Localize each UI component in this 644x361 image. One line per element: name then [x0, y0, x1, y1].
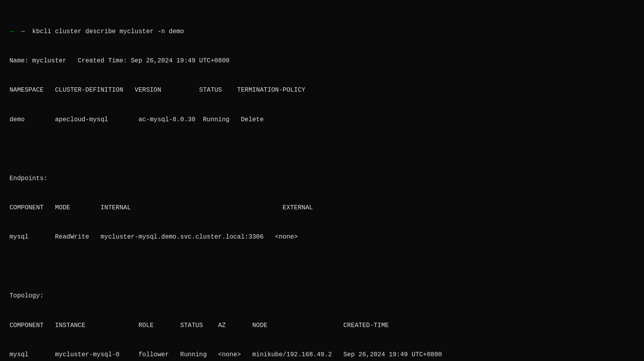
endpoints-label: Endpoints: — [9, 174, 635, 184]
prompt-arrow: → — [9, 28, 21, 35]
prompt-command: → kbcli cluster describe mycluster -n de… — [21, 28, 184, 35]
cluster-row: demo apecloud-mysql ac-mysql-8.0.30 Runn… — [9, 115, 635, 125]
prompt-line: → → kbcli cluster describe mycluster -n … — [9, 27, 635, 37]
name-line: Name: mycluster Created Time: Sep 26,202… — [9, 56, 635, 66]
blank1 — [9, 144, 635, 154]
cluster-header: NAMESPACE CLUSTER-DEFINITION VERSION STA… — [9, 85, 635, 95]
topology-label: Topology: — [9, 291, 635, 301]
endpoints-header: COMPONENT MODE INTERNAL EXTERNAL — [9, 203, 635, 213]
terminal: → → kbcli cluster describe mycluster -n … — [9, 7, 635, 361]
topology-row-0: mysql mycluster-mysql-0 follower Running… — [9, 350, 635, 360]
endpoints-row: mysql ReadWrite mycluster-mysql.demo.svc… — [9, 232, 635, 242]
topology-header: COMPONENT INSTANCE ROLE STATUS AZ NODE C… — [9, 321, 635, 331]
blank2 — [9, 262, 635, 272]
